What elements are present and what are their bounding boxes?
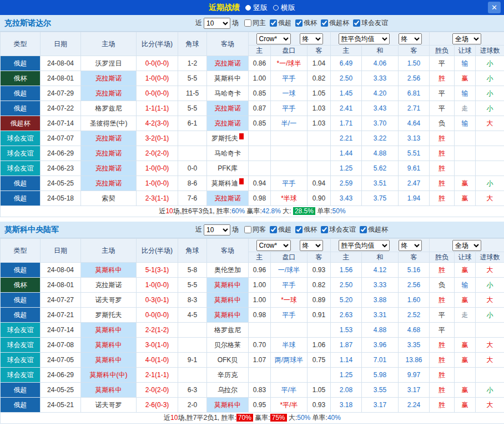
team-section-krasnodar: 克拉斯诺达尔 近 10 场 同主俄超俄杯俄超杯球会友谊 类型 日期 主场 比分(… [0,15,504,217]
col-header-euro-draw: 和 [362,252,399,263]
match-row: 俄超24-08-04沃罗涅日0-0(0-0)1-2克拉斯诺0.86*一/球半1.… [1,56,504,71]
corner-cell [178,338,207,353]
goals-result-cell: 小 [476,383,504,398]
league-filter-checkbox[interactable]: 同主 [244,18,266,28]
europe-stage-select[interactable]: 终 [399,33,422,44]
handicap-result-cell: 走 [455,308,476,323]
league-filter-checkbox[interactable]: 同客 [244,225,266,234]
asia-away-odds-cell [308,368,331,383]
team-badge-icon [239,133,244,139]
checkbox-input[interactable] [244,226,251,233]
asia-away-odds-cell: 0.82 [308,278,331,293]
checkbox-input[interactable] [360,226,367,233]
handicap-cell: 平手 [271,101,308,116]
summary-part: 10 [165,207,173,215]
away-team-cell: OFK贝 [207,353,249,368]
euro-away-odds-cell: 2.56 [399,71,430,86]
corner-cell [178,368,207,383]
result-cell: 胜 [430,293,455,308]
checkbox-input[interactable] [295,19,303,27]
europe-odds-select[interactable]: 胜平负均值 [339,240,390,251]
home-team-cell: 沃罗涅日 [81,56,137,71]
checkbox-input[interactable] [295,226,303,233]
league-type-cell: 俄超 [1,308,41,323]
recent-games-select[interactable]: 10 [204,224,230,235]
bookmaker-select[interactable]: Crow* [256,33,291,44]
league-filter-checkbox[interactable]: 俄超杯 [321,18,349,28]
euro-home-odds-cell: 1.56 [331,263,362,278]
result-cell: 平 [430,86,455,101]
handicap-cell: 一/球半 [271,263,308,278]
league-filter-checkbox[interactable]: 俄杯 [295,225,317,234]
away-team-cell: 乌拉尔 [207,383,249,398]
landscape-radio[interactable]: 横版 [273,3,295,13]
corner-cell: 8-3 [178,293,207,308]
match-scope-select[interactable]: 全场 [452,33,481,44]
checkbox-input[interactable] [270,226,277,233]
league-filter-checkbox[interactable]: 俄超 [270,225,291,234]
record-summary: 近10场,胜7平2负1, 胜率:70% 赢率:75% 大:50% 单率:40% [1,413,504,424]
col-header-asia-away: 客 [308,46,331,56]
col-header-euro-home: 主 [331,46,362,56]
league-filter-checkbox[interactable]: 俄超 [270,18,291,28]
home-team-cell: 莫斯科中 [81,263,137,278]
bookmaker-select[interactable]: Crow* [256,240,291,251]
checkbox-input[interactable] [321,19,328,27]
asia-home-odds-cell: 1.00 [249,293,271,308]
col-header-score: 比分(半场) [137,239,178,263]
league-type-cell: 俄杯 [1,71,41,86]
summary-part: 42.8% [262,207,281,215]
europe-odds-select[interactable]: 胜平负均值 [339,33,390,44]
checkbox-input[interactable] [321,226,328,233]
portrait-radio[interactable]: 竖版 [245,3,268,13]
league-filter-checkbox[interactable]: 球会友谊 [321,225,356,234]
asia-home-odds-cell [249,161,271,176]
league-filter-checkbox[interactable]: 俄杯 [295,18,317,28]
team-section-cska: 莫斯科中央陆军 近 10 场 同客俄超俄杯球会友谊俄超杯 类型 日期 主场 比分… [0,222,504,424]
goals-result-cell: 小 [476,101,504,116]
col-header-euro-away: 客 [399,46,430,56]
asia-stage-select[interactable]: 终 [300,240,323,251]
euro-home-odds-cell: 1.87 [331,338,362,353]
league-type-cell: 球会友谊 [1,161,41,176]
asia-away-odds-cell: 0.91 [308,308,331,323]
home-team-cell: 圣彼得堡(中) [81,116,137,131]
match-row: 球会友谊24-07-07克拉斯诺3-2(0-1)罗斯托夫2.213.223.13… [1,131,504,146]
col-header-euro-away: 客 [399,252,430,263]
asia-away-odds-cell [308,131,331,146]
asia-away-odds-cell: 1.05 [308,86,331,101]
handicap-result-cell: 输 [455,278,476,293]
checkbox-input[interactable] [353,19,360,27]
titlebar: 近期战绩 竖版 横版 ✕ [0,0,504,15]
date-cell: 24-06-29 [41,146,81,161]
handicap-result-cell: 赢 [455,383,476,398]
match-row: 球会友谊24-07-14莫斯科中2-2(1-2)格罗兹尼1.534.884.68… [1,323,504,338]
euro-home-odds-cell: 5.20 [331,293,362,308]
away-team-cell: 格罗兹尼 [207,323,249,338]
home-team-cell: 莫斯科中 [81,383,137,398]
result-cell: 胜 [430,131,455,146]
handicap-result-cell: 赢 [455,263,476,278]
europe-odds-filter-group: 胜平负均值 终 [331,32,430,46]
euro-draw-odds-cell: 4.88 [362,323,399,338]
league-type-cell: 俄超 [1,191,41,206]
league-filter-checkbox[interactable]: 俄超杯 [360,225,388,234]
league-filter-checkbox[interactable]: 球会友谊 [353,18,388,28]
score-cell: 0-0(0-0) [137,56,178,71]
match-scope-select[interactable]: 全场 [452,240,481,251]
close-button[interactable]: ✕ [488,2,501,13]
europe-stage-select[interactable]: 终 [399,240,422,251]
recent-games-select[interactable]: 10 [204,18,230,29]
asia-away-odds-cell: 0.82 [308,71,331,86]
handicap-cell [271,131,308,146]
summary-part: 赢率: [253,414,270,422]
match-row: 俄超24-07-27诺夫哥罗0-3(0-1)8-3莫斯科中1.00*一球0.89… [1,293,504,308]
goals-result-cell: 大 [476,293,504,308]
asia-stage-select[interactable]: 终 [300,33,323,44]
landscape-radio-label: 横版 [281,3,295,13]
filter-controls: 近 10 场 同客俄超俄杯球会友谊俄超杯 [195,224,388,235]
checkbox-input[interactable] [244,19,251,27]
away-team-cell: 莫斯科中 [207,308,249,323]
checkbox-input[interactable] [270,19,277,27]
match-row: 球会友谊24-06-29莫斯科中(中)2-1(1-1)辛历克1.255.989.… [1,368,504,383]
